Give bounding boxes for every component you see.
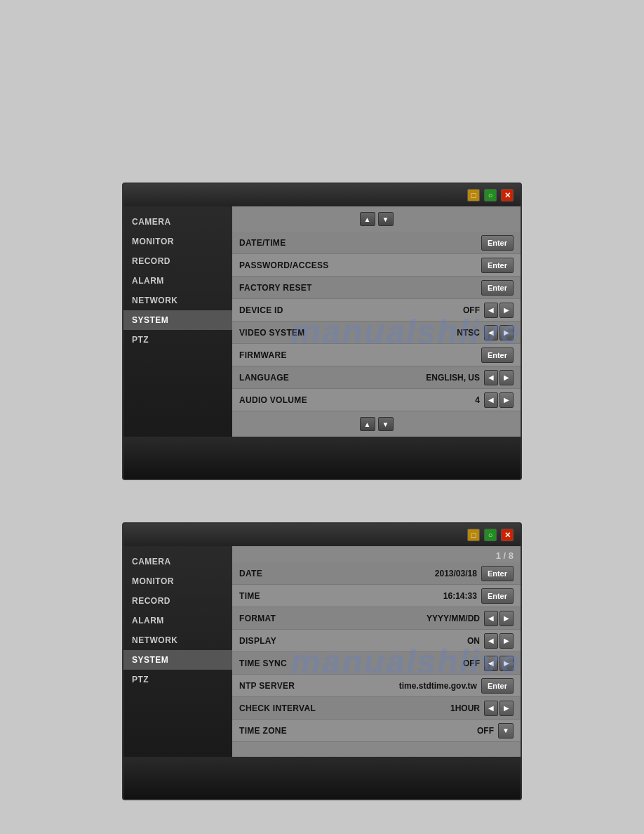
enter-button-date[interactable]: Enter <box>481 566 514 581</box>
arrow-left-device-id[interactable]: ◀ <box>484 303 498 318</box>
arrow-group-device-id: ◀ ▶ <box>484 303 514 318</box>
row-value-time-sync: OFF <box>463 658 480 668</box>
sidebar-item-network-2[interactable]: NETWORK <box>123 630 232 650</box>
arrow-right-check-interval[interactable]: ▶ <box>499 701 514 716</box>
close-button-2[interactable]: ✕ <box>501 529 514 541</box>
arrow-group-time-sync: ◀ ▶ <box>484 656 514 671</box>
enter-button-datetime[interactable]: Enter <box>481 235 514 251</box>
arrow-left-language[interactable]: ◀ <box>484 370 498 385</box>
row-value-date: 2013/03/18 <box>435 569 477 578</box>
enter-button-firmware[interactable]: Enter <box>481 348 514 363</box>
content-area-2: CAMERA MONITOR RECORD ALARM NETWORK SYST… <box>123 546 521 757</box>
main-panel-1: ▲ ▼ DATE/TIME Enter PASSWORD/ACCESS Ente… <box>232 206 521 437</box>
sidebar-item-system-2[interactable]: SYSTEM <box>123 650 232 670</box>
row-label-format: FORMAT <box>239 614 427 623</box>
arrow-right-format[interactable]: ▶ <box>499 611 514 626</box>
arrow-left-audio-volume[interactable]: ◀ <box>484 392 498 408</box>
arrow-left-check-interval[interactable]: ◀ <box>484 701 498 716</box>
settings-row-audio-volume: AUDIO VOLUME 4 ◀ ▶ <box>232 389 521 411</box>
settings-row-factory-reset: FACTORY RESET Enter <box>232 277 521 299</box>
sidebar-item-system-1[interactable]: SYSTEM <box>123 310 232 330</box>
settings-row-password: PASSWORD/ACCESS Enter <box>232 254 521 277</box>
scroll-up-button-1[interactable]: ▲ <box>360 212 375 226</box>
row-label-time-zone: TIME ZONE <box>239 726 477 736</box>
row-label-date: DATE <box>239 569 435 578</box>
sidebar-item-network-1[interactable]: NETWORK <box>123 291 232 310</box>
arrow-right-audio-volume[interactable]: ▶ <box>499 392 514 408</box>
arrow-group-display: ◀ ▶ <box>484 633 514 649</box>
settings-list-2: DATE 2013/03/18 Enter TIME 16:14:33 Ente… <box>232 562 521 742</box>
row-label-language: LANGUAGE <box>239 373 426 383</box>
sidebar-item-alarm-1[interactable]: ALARM <box>123 271 232 291</box>
arrow-right-time-sync[interactable]: ▶ <box>499 656 514 671</box>
page-indicator: 1 / 8 <box>232 546 521 562</box>
arrow-group-format: ◀ ▶ <box>484 611 514 626</box>
scroll-down-button-bottom-1[interactable]: ▼ <box>378 417 394 431</box>
minimize-button-1[interactable]: □ <box>467 189 480 201</box>
dvr-window-1: □ ○ ✕ CAMERA MONITOR RECORD ALARM NETWOR… <box>122 183 522 480</box>
settings-row-format: FORMAT YYYY/MM/DD ◀ ▶ <box>232 607 521 630</box>
enter-button-factory-reset[interactable]: Enter <box>481 280 514 296</box>
sidebar-item-camera-1[interactable]: CAMERA <box>123 212 232 232</box>
arrow-left-video-system[interactable]: ◀ <box>484 325 498 340</box>
main-panel-2: 1 / 8 DATE 2013/03/18 Enter TIME 16:14:3… <box>232 546 521 757</box>
settings-row-datetime: DATE/TIME Enter <box>232 232 521 254</box>
sidebar-2: CAMERA MONITOR RECORD ALARM NETWORK SYST… <box>123 546 232 757</box>
content-area-1: CAMERA MONITOR RECORD ALARM NETWORK SYST… <box>123 206 521 437</box>
sidebar-item-ptz-2[interactable]: PTZ <box>123 670 232 689</box>
sidebar-item-record-2[interactable]: RECORD <box>123 591 232 611</box>
scroll-up-button-bottom-1[interactable]: ▲ <box>360 417 375 431</box>
row-label-audio-volume: AUDIO VOLUME <box>239 395 475 405</box>
dvr-window-2: □ ○ ✕ CAMERA MONITOR RECORD ALARM NETWOR… <box>122 522 522 800</box>
maximize-button-2[interactable]: ○ <box>484 529 497 541</box>
arrow-right-display[interactable]: ▶ <box>499 633 514 649</box>
arrow-left-format[interactable]: ◀ <box>484 611 498 626</box>
dropdown-time-zone[interactable]: ▼ <box>498 723 514 739</box>
sidebar-item-ptz-1[interactable]: PTZ <box>123 330 232 350</box>
row-value-video-system: NTSC <box>457 328 480 338</box>
row-label-datetime: DATE/TIME <box>239 238 481 248</box>
row-value-display: ON <box>467 636 480 646</box>
settings-row-language: LANGUAGE ENGLISH, US ◀ ▶ <box>232 366 521 389</box>
arrow-group-audio-volume: ◀ ▶ <box>484 392 514 408</box>
enter-button-ntp-server[interactable]: Enter <box>481 678 514 694</box>
row-label-time: TIME <box>239 591 443 601</box>
enter-button-password[interactable]: Enter <box>481 258 514 273</box>
title-bar-2: □ ○ ✕ <box>123 524 521 546</box>
enter-button-time[interactable]: Enter <box>481 588 514 604</box>
row-value-check-interval: 1HOUR <box>450 703 480 713</box>
row-label-device-id: DEVICE ID <box>239 305 463 315</box>
arrow-right-device-id[interactable]: ▶ <box>499 303 514 318</box>
arrow-left-display[interactable]: ◀ <box>484 633 498 649</box>
settings-row-time-zone: TIME ZONE OFF ▼ <box>232 720 521 742</box>
arrow-right-video-system[interactable]: ▶ <box>499 325 514 340</box>
row-label-video-system: VIDEO SYSTEM <box>239 328 457 338</box>
sidebar-item-monitor-2[interactable]: MONITOR <box>123 571 232 591</box>
row-value-device-id: OFF <box>463 305 480 315</box>
arrow-group-check-interval: ◀ ▶ <box>484 701 514 716</box>
maximize-button-1[interactable]: ○ <box>484 189 497 201</box>
sidebar-item-alarm-2[interactable]: ALARM <box>123 611 232 630</box>
settings-row-video-system: VIDEO SYSTEM NTSC ◀ ▶ <box>232 322 521 344</box>
settings-row-ntp-server: NTP SERVER time.stdtime.gov.tw Enter <box>232 675 521 697</box>
arrow-left-time-sync[interactable]: ◀ <box>484 656 498 671</box>
close-button-1[interactable]: ✕ <box>501 189 514 201</box>
settings-row-time: TIME 16:14:33 Enter <box>232 585 521 607</box>
row-label-password: PASSWORD/ACCESS <box>239 260 481 270</box>
settings-row-time-sync: TIME SYNC OFF ◀ ▶ <box>232 652 521 675</box>
row-label-check-interval: CHECK INTERVAL <box>239 703 450 713</box>
sidebar-item-monitor-1[interactable]: MONITOR <box>123 232 232 251</box>
row-value-time-zone: OFF <box>477 726 494 736</box>
settings-list-1: DATE/TIME Enter PASSWORD/ACCESS Enter FA… <box>232 232 521 411</box>
settings-row-display: DISPLAY ON ◀ ▶ <box>232 630 521 652</box>
arrow-right-language[interactable]: ▶ <box>499 370 514 385</box>
minimize-button-2[interactable]: □ <box>467 529 480 541</box>
scroll-down-button-1[interactable]: ▼ <box>378 212 394 226</box>
sidebar-item-camera-2[interactable]: CAMERA <box>123 552 232 571</box>
row-value-ntp-server: time.stdtime.gov.tw <box>399 681 477 691</box>
sidebar-item-record-1[interactable]: RECORD <box>123 251 232 271</box>
title-bar-1: □ ○ ✕ <box>123 184 521 206</box>
scroll-controls-top-1: ▲ ▼ <box>232 206 521 232</box>
row-label-factory-reset: FACTORY RESET <box>239 283 481 293</box>
settings-row-device-id: DEVICE ID OFF ◀ ▶ <box>232 299 521 322</box>
